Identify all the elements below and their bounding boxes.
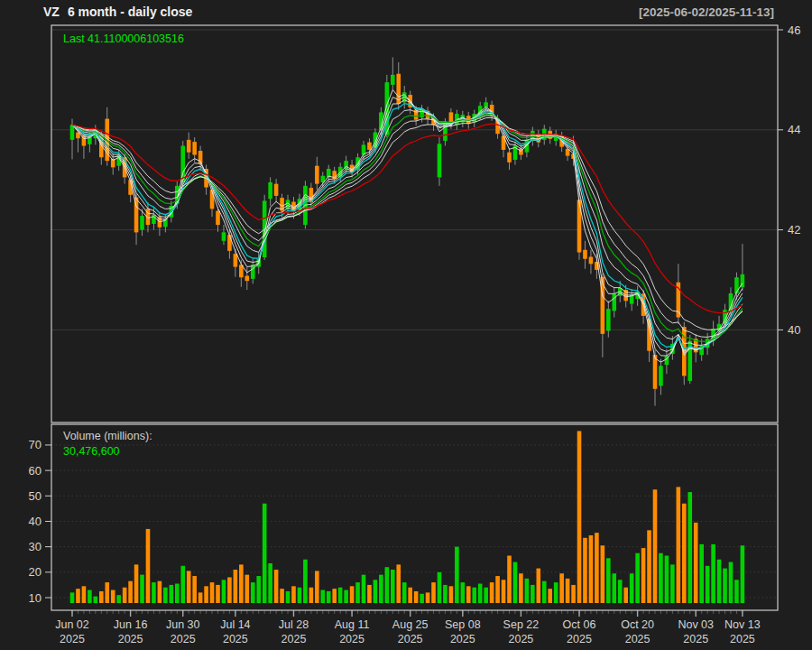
volume-bar: [519, 573, 523, 603]
chart-title: VZ6 month - daily close: [43, 5, 192, 19]
x-axis-label: Aug 252025: [392, 618, 429, 645]
volume-bar: [105, 582, 109, 603]
volume-bar: [88, 590, 92, 603]
volume-bars-layer: [70, 431, 744, 603]
volume-bar: [158, 581, 162, 603]
volume-bar: [134, 564, 139, 603]
candle-body: [187, 140, 191, 153]
x-axis-label: Jul 282025: [279, 618, 309, 645]
volume-bar: [606, 558, 611, 603]
volume-bar: [286, 591, 291, 603]
volume-bar: [438, 572, 442, 603]
volume-bar: [216, 585, 220, 603]
volume-bar: [472, 588, 476, 603]
volume-bar: [116, 595, 121, 603]
volume-bar: [327, 591, 331, 603]
volume-bar: [647, 530, 651, 603]
volume-bar: [128, 581, 133, 603]
volume-bar: [152, 582, 156, 603]
candle-body: [438, 144, 442, 177]
price-axis-label: 42: [788, 223, 800, 237]
volume-bar: [379, 575, 383, 603]
volume-bar: [234, 570, 238, 603]
volume-bar: [303, 560, 308, 603]
volume-bar: [204, 586, 208, 603]
volume-axis-label: 20: [29, 565, 42, 579]
volume-bar: [531, 585, 535, 603]
volume-bar: [542, 581, 547, 603]
last-price-label: Last 41.1100006103516: [63, 32, 184, 45]
volume-bar: [140, 575, 144, 603]
candle-body: [134, 198, 139, 233]
volume-bar: [723, 569, 727, 603]
candle-body: [268, 182, 272, 199]
candle-body: [227, 235, 232, 251]
volume-bar: [513, 562, 518, 603]
ema-line-4: [72, 97, 743, 356]
volume-bar: [251, 582, 255, 603]
volume-bar: [414, 591, 419, 603]
x-axis-label: Jun 022025: [55, 618, 89, 645]
volume-bar: [70, 592, 75, 603]
volume-bar: [338, 588, 343, 603]
volume-bar: [180, 566, 185, 603]
volume-bar: [163, 588, 168, 603]
x-axis-label: Jul 142025: [220, 618, 250, 645]
volume-bar: [198, 592, 203, 603]
volume-bar: [426, 592, 430, 603]
candle-body: [216, 211, 220, 226]
volume-bar: [741, 545, 745, 603]
volume-bar: [537, 569, 541, 603]
volume-axis-label: 50: [29, 489, 42, 503]
volume-bar: [355, 582, 360, 603]
ema-lines-layer: [72, 90, 743, 363]
x-axis-label: Sep 222025: [503, 618, 540, 645]
volume-bar: [495, 576, 500, 603]
volume-bar: [256, 576, 261, 603]
volume-bar: [635, 553, 640, 603]
candles-layer: [70, 57, 744, 405]
volume-bar: [263, 504, 267, 603]
volume-bar: [76, 589, 80, 603]
volume-bar: [502, 580, 506, 603]
candle-body: [659, 366, 663, 385]
volume-bar: [571, 585, 576, 603]
volume-bar: [717, 560, 722, 603]
volume-bar: [187, 571, 191, 603]
volume-bar: [332, 589, 337, 603]
candle-body: [589, 257, 594, 265]
volume-bar: [641, 548, 646, 603]
x-axis-label: Sep 082025: [445, 618, 481, 645]
volume-bar: [525, 579, 530, 603]
volume-bar: [687, 492, 692, 603]
x-axis-label: Nov 132025: [724, 618, 761, 645]
volume-bar: [245, 575, 250, 603]
volume-bar: [192, 576, 197, 603]
stock-chart-figure: 4644424070605040302010Jun 022025Jun 1620…: [0, 0, 812, 650]
volume-bar: [577, 431, 582, 603]
volume-bar: [170, 585, 174, 603]
candle-body: [192, 142, 197, 154]
volume-bar: [694, 523, 698, 603]
ticker-symbol: VZ: [43, 5, 60, 19]
volume-bar: [653, 489, 658, 603]
x-axis: Jun 022025Jun 162025Jun 302025Jul 142025…: [55, 610, 761, 645]
volume-bar: [670, 564, 675, 603]
candle-body: [234, 254, 238, 266]
volume-bar: [298, 588, 302, 603]
volume-bar: [210, 582, 215, 603]
candle-body: [653, 355, 658, 389]
volume-bar: [618, 580, 623, 603]
volume-bar: [309, 588, 314, 603]
volume-bar: [507, 556, 512, 603]
candle-body: [502, 135, 506, 150]
volume-bar: [665, 556, 669, 603]
candle-body: [245, 276, 250, 282]
volume-bar: [111, 590, 115, 603]
x-axis-label: Oct 062025: [563, 618, 596, 645]
volume-bar: [554, 582, 558, 603]
volume-bar: [374, 580, 378, 603]
volume-bar: [274, 570, 279, 603]
volume-bar: [449, 586, 454, 603]
chart-title-text: 6 month - daily close: [68, 5, 192, 19]
